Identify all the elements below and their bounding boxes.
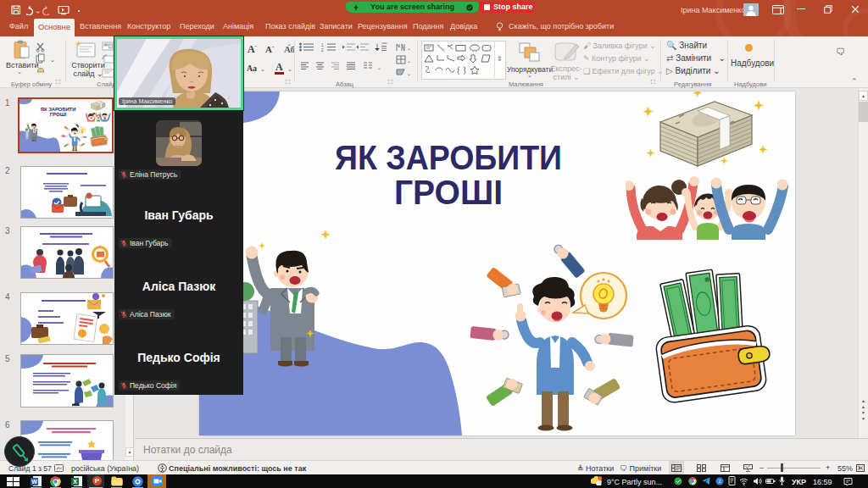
svg-text:⌄: ⌄ bbox=[407, 46, 411, 51]
svg-text:⌄: ⌄ bbox=[260, 66, 265, 72]
svg-text:⌄: ⌄ bbox=[287, 66, 292, 72]
svg-text:⌄: ⌄ bbox=[407, 71, 411, 76]
svg-text:ГРОШІ: ГРОШІ bbox=[394, 173, 503, 212]
svg-text:Аа: Аа bbox=[247, 64, 257, 73]
svg-text:⌄: ⌄ bbox=[50, 57, 55, 63]
svg-text:2: 2 bbox=[321, 48, 324, 53]
svg-text:А: А bbox=[275, 61, 283, 73]
svg-text:⌄: ⌄ bbox=[377, 65, 381, 70]
svg-text:1: 1 bbox=[321, 43, 324, 47]
svg-text:1: 1 bbox=[599, 477, 601, 480]
svg-text:ЯК ЗАРОБИТИ: ЯК ЗАРОБИТИ bbox=[335, 138, 562, 177]
svg-text:⌄: ⌄ bbox=[407, 58, 411, 64]
svg-text:Аˆ: Аˆ bbox=[248, 43, 258, 55]
svg-text:Аˇ: Аˇ bbox=[265, 44, 275, 54]
svg-text:2: 2 bbox=[719, 479, 721, 484]
